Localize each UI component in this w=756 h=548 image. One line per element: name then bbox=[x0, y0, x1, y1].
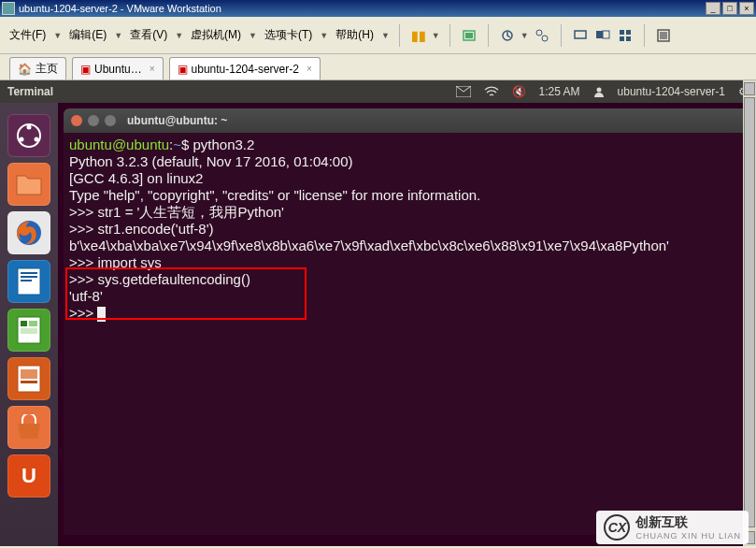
window-close-button[interactable]: × bbox=[739, 2, 754, 15]
software-center-icon[interactable] bbox=[7, 406, 50, 449]
vmware-app-icon bbox=[2, 2, 15, 15]
vmware-titlebar: ubuntu-1204-server-2 - VMware Workstatio… bbox=[0, 0, 756, 17]
impress-icon[interactable] bbox=[7, 357, 50, 400]
files-icon[interactable] bbox=[7, 163, 50, 206]
svg-rect-24 bbox=[21, 280, 32, 281]
svg-rect-13 bbox=[660, 32, 667, 39]
svg-point-19 bbox=[20, 137, 24, 142]
ubuntu-one-icon[interactable]: U bbox=[7, 454, 50, 498]
python-prompt: >>> bbox=[69, 305, 97, 321]
scroll-thumb[interactable] bbox=[744, 97, 755, 527]
toolbar-snapshot-manager-icon[interactable] bbox=[533, 26, 551, 45]
vm-icon: ▣ bbox=[80, 63, 91, 76]
python-prompt: >>> bbox=[69, 271, 97, 287]
python-stmt: import sys bbox=[97, 254, 161, 270]
menu-vm[interactable]: 虚拟机(M) bbox=[187, 25, 245, 45]
tab-label: ubuntu-1204-server-2 bbox=[192, 63, 299, 76]
outer-scrollbar[interactable] bbox=[743, 80, 756, 546]
shell-command: python3.2 bbox=[193, 137, 254, 152]
python-prompt: >>> bbox=[69, 204, 97, 220]
toolbar-monitor1-icon[interactable] bbox=[571, 26, 590, 45]
svg-rect-11 bbox=[626, 36, 631, 41]
calc-icon[interactable] bbox=[7, 309, 50, 352]
menu-tabs[interactable]: 选项卡(T) bbox=[261, 25, 316, 45]
terminal-minimize-button[interactable] bbox=[88, 115, 99, 126]
terminal-cursor bbox=[97, 307, 106, 322]
svg-rect-5 bbox=[575, 31, 586, 38]
python-banner-line: Python 3.2.3 (default, Nov 17 2016, 01:0… bbox=[69, 153, 353, 169]
unity-launcher: U bbox=[0, 103, 58, 546]
svg-rect-30 bbox=[21, 369, 37, 379]
svg-point-18 bbox=[35, 137, 39, 142]
svg-rect-31 bbox=[21, 381, 37, 383]
toolbar-snapshot-icon[interactable] bbox=[498, 26, 517, 45]
svg-point-3 bbox=[536, 30, 542, 36]
terminal-title: ubuntu@ubuntu: ~ bbox=[127, 114, 227, 127]
clock[interactable]: 1:25 AM bbox=[539, 85, 580, 98]
toolbar-monitor2-icon[interactable] bbox=[593, 26, 612, 45]
svg-rect-26 bbox=[21, 321, 27, 326]
dash-icon[interactable] bbox=[7, 114, 50, 157]
shell-user: ubuntu@ubuntu bbox=[69, 137, 169, 152]
menu-view[interactable]: 查看(V) bbox=[126, 25, 171, 45]
watermark-brand: 创新互联 bbox=[635, 514, 741, 531]
vm-icon: ▣ bbox=[178, 63, 188, 76]
toolbar-fullscreen-icon[interactable] bbox=[654, 26, 673, 45]
tab-close-icon[interactable]: × bbox=[307, 64, 312, 74]
terminal-close-button[interactable] bbox=[71, 115, 82, 126]
watermark: CX 创新互联 CHUANG XIN HU LIAN bbox=[596, 511, 749, 544]
svg-rect-1 bbox=[465, 33, 473, 38]
terminal-body[interactable]: ubuntu@ubuntu:~$ python3.2 Python 3.2.3 … bbox=[64, 133, 750, 535]
python-stmt: str1 = '人生苦短，我用Python' bbox=[97, 204, 284, 220]
vmware-title: ubuntu-1204-server-2 - VMware Workstatio… bbox=[19, 3, 704, 14]
user-icon bbox=[593, 86, 605, 97]
svg-rect-7 bbox=[603, 31, 609, 38]
menu-help[interactable]: 帮助(H) bbox=[332, 25, 378, 45]
wifi-icon[interactable] bbox=[484, 86, 499, 97]
vm-pause-button[interactable]: ▮▮ bbox=[409, 26, 428, 45]
scroll-up-button[interactable] bbox=[744, 82, 755, 95]
svg-rect-22 bbox=[21, 272, 37, 274]
shell-path: ~ bbox=[173, 137, 181, 152]
python-banner-line: Type "help", "copyright", "credits" or "… bbox=[69, 187, 480, 203]
python-stmt: sys.getdefaultencoding() bbox=[97, 271, 250, 287]
svg-rect-23 bbox=[21, 276, 37, 278]
tab-ubuntu-1204[interactable]: ▣ ubuntu-1204-server-2 × bbox=[169, 57, 321, 79]
tab-label: Ubuntu… bbox=[94, 63, 142, 76]
svg-rect-27 bbox=[29, 321, 37, 326]
window-minimize-button[interactable]: _ bbox=[706, 2, 720, 15]
home-icon: 🏠 bbox=[18, 63, 32, 76]
vmware-tab-row: 🏠 主页 ▣ Ubuntu… × ▣ ubuntu-1204-server-2 … bbox=[0, 54, 756, 80]
toolbar-send-ctrl-alt-del-icon[interactable] bbox=[460, 26, 478, 45]
writer-icon[interactable] bbox=[7, 260, 50, 303]
mail-icon[interactable] bbox=[456, 86, 471, 97]
toolbar-unity-icon[interactable] bbox=[616, 26, 635, 45]
vmware-menubar: 文件(F)▼ 编辑(E)▼ 查看(V)▼ 虚拟机(M)▼ 选项卡(T)▼ 帮助(… bbox=[0, 17, 756, 54]
svg-point-17 bbox=[27, 125, 32, 130]
python-prompt: >>> bbox=[69, 221, 97, 237]
menu-edit[interactable]: 编辑(E) bbox=[65, 25, 110, 45]
ubuntu-menubar: Terminal 🔇 1:25 AM ubuntu-1204-server-1 … bbox=[0, 80, 756, 103]
sound-icon[interactable]: 🔇 bbox=[512, 85, 526, 98]
svg-rect-6 bbox=[596, 31, 603, 38]
username-label[interactable]: ubuntu-1204-server-1 bbox=[618, 85, 725, 98]
python-output: b'\xe4\xba\xba\xe7\x94\x9f\xe8\x8b\xa6\x… bbox=[69, 238, 669, 253]
terminal-titlebar[interactable]: ubuntu@ubuntu: ~ bbox=[64, 108, 750, 133]
tab-ubuntu[interactable]: ▣ Ubuntu… × bbox=[72, 57, 164, 79]
python-prompt: >>> bbox=[69, 254, 97, 270]
menu-file[interactable]: 文件(F) bbox=[6, 25, 50, 45]
firefox-icon[interactable] bbox=[7, 211, 50, 254]
watermark-logo: CX bbox=[604, 514, 630, 541]
svg-rect-28 bbox=[21, 328, 37, 334]
tab-close-icon[interactable]: × bbox=[150, 64, 155, 74]
svg-point-15 bbox=[596, 88, 601, 93]
terminal-maximize-button[interactable] bbox=[105, 115, 116, 126]
tab-home[interactable]: 🏠 主页 bbox=[9, 57, 66, 79]
svg-rect-8 bbox=[620, 30, 624, 35]
window-maximize-button[interactable]: □ bbox=[722, 2, 737, 15]
terminal-window: ubuntu@ubuntu: ~ ubuntu@ubuntu:~$ python… bbox=[58, 103, 756, 546]
svg-rect-9 bbox=[626, 30, 631, 35]
tab-label: 主页 bbox=[36, 61, 58, 77]
watermark-sub: CHUANG XIN HU LIAN bbox=[635, 531, 741, 541]
svg-point-4 bbox=[542, 36, 548, 41]
